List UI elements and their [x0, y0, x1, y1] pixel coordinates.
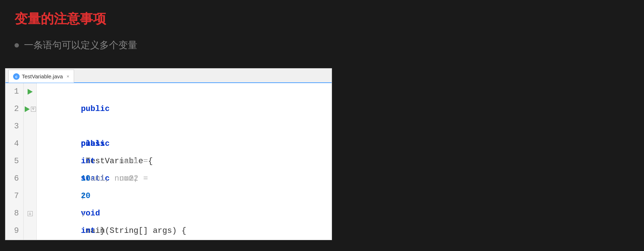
bullet-dot-icon [15, 43, 19, 48]
kw-public: public [81, 104, 110, 114]
plain [81, 122, 100, 131]
gutter-cell: △ [24, 205, 36, 222]
line-number: 7 [10, 188, 19, 205]
line-numbers: 1 2 3 4 5 6 7 8 9 [5, 83, 24, 240]
tab-close-icon[interactable]: × [66, 74, 69, 79]
gutter-cell [24, 188, 36, 205]
tab-icon: c [13, 73, 20, 80]
code-area: 1 2 3 4 5 6 7 8 9 ▽ [5, 83, 332, 240]
code-lines: public class TestVariable { public stati… [37, 83, 332, 240]
line-number: 2 [10, 100, 19, 118]
gutter-cell [24, 83, 36, 100]
ide-tab[interactable]: c TestVariable.java × [8, 70, 74, 83]
gutter-cell: ▽ [24, 100, 36, 118]
gutter-cell [24, 222, 36, 240]
run-button[interactable] [24, 106, 30, 112]
ide-tab-bar: c TestVariable.java × [5, 69, 332, 83]
plain [81, 209, 120, 218]
code-line-1: public class TestVariable { [42, 83, 332, 100]
page-title: 变量的注意事项 [0, 0, 644, 35]
line-number: 3 [10, 118, 19, 135]
bullet-point: 一条语句可以定义多个变量 [0, 35, 644, 60]
bullet-text: 一条语句可以定义多个变量 [24, 39, 137, 52]
line-number: 9 [10, 222, 19, 240]
ide-window: c TestVariable.java × 1 2 3 4 5 6 7 8 9 [5, 68, 332, 240]
line-number: 8 [10, 205, 19, 222]
plain-gray4: num2 = [81, 174, 153, 183]
fold-icon[interactable]: ▽ [31, 107, 36, 112]
gutter-cell [24, 170, 36, 188]
line-number: 5 [10, 153, 19, 170]
gutters: ▽ △ [24, 83, 37, 240]
gutter-cell [24, 153, 36, 170]
num-20a: 20 [81, 192, 90, 201]
tab-filename: TestVariable.java [22, 73, 63, 79]
gutter-cell [24, 135, 36, 153]
run-button[interactable] [27, 89, 33, 95]
plain: } [81, 226, 105, 235]
plain-gray2: num1 = [81, 157, 153, 166]
line-number: 6 [10, 170, 19, 188]
plain [81, 139, 120, 148]
fold-icon[interactable]: △ [28, 211, 33, 216]
gutter-cell [24, 118, 36, 135]
line-number: 4 [10, 135, 19, 153]
line-number: 1 [10, 83, 19, 100]
